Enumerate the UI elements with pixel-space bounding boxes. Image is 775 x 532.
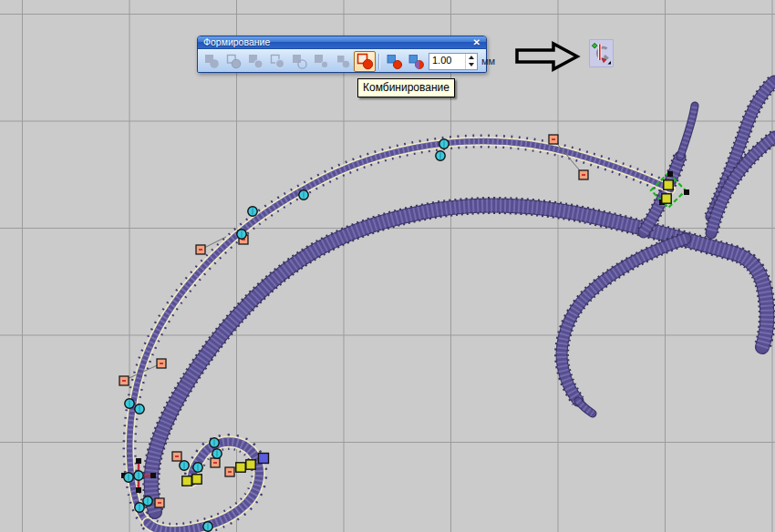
toolbar-separator [378,54,380,69]
yellow-node-square[interactable] [192,475,202,484]
orange-handle-mark [160,363,163,364]
combine-weld-target-button[interactable] [383,51,405,72]
simplify-icon [269,53,285,69]
design-canvas[interactable]: Формирование ✕ [0,0,775,532]
combine-trim-target-button[interactable] [405,51,427,72]
intersect-icon [247,53,264,69]
blue-node-square[interactable] [259,454,269,464]
combine-icon [356,52,374,70]
spinner-down-button[interactable] [466,61,477,69]
yellow-node-square[interactable] [246,460,255,469]
trim-icon [225,53,242,69]
chevron-down-icon [469,63,474,66]
black-node-square[interactable] [667,171,673,177]
tooltip: Комбинирование [357,78,455,97]
back-minus-front-icon [313,53,329,69]
intersect-button[interactable] [244,51,266,72]
combine-weld-target-icon [386,53,403,70]
unit-label: мм [481,56,495,66]
combine-button[interactable] [354,51,376,72]
cross-tip-square[interactable] [136,487,141,493]
orange-handle-mark [199,249,202,251]
orange-handle-mark [228,471,232,473]
back-minus-front-button[interactable] [310,51,332,72]
boundary-button[interactable] [332,51,354,72]
curve-tool-button[interactable] [589,39,614,67]
orange-handle-mark [552,138,555,140]
yellow-node-square[interactable] [662,194,671,203]
orange-handle-mark [158,502,161,504]
black-node-square[interactable] [684,189,689,195]
offset-value[interactable]: 1.00 [429,54,465,69]
combine-trim-target-icon [408,53,425,70]
trim-button[interactable] [222,51,244,72]
offset-value-field[interactable]: 1.00 [429,53,478,70]
yellow-node-square[interactable] [664,180,673,189]
cross-tip-square[interactable] [150,473,156,478]
orange-handle-mark [122,380,126,382]
weld-button[interactable] [201,51,222,72]
orange-handle-mark [175,455,179,457]
offset-spinner [465,54,477,69]
weld-icon [203,53,220,69]
yellow-node-square[interactable] [182,476,191,486]
chevron-up-icon [469,56,474,59]
simplify-button[interactable] [266,51,288,72]
close-icon[interactable]: ✕ [472,38,481,47]
front-minus-back-icon [291,53,307,69]
orange-handle-mark [582,174,585,176]
shaping-toolbar-window: Формирование ✕ [197,36,487,73]
curve-tool-icon [591,41,612,66]
orange-handle-mark [213,462,217,464]
boundary-icon [335,53,351,69]
front-minus-back-button[interactable] [288,51,310,72]
toolbar-titlebar[interactable]: Формирование ✕ [198,36,486,49]
toolbar-buttons-row: 1.00 мм [198,49,486,72]
spinner-up-button[interactable] [466,54,477,62]
yellow-node-square[interactable] [236,463,245,472]
cross-tip-square[interactable] [136,458,141,464]
toolbar-title: Формирование [203,37,270,47]
